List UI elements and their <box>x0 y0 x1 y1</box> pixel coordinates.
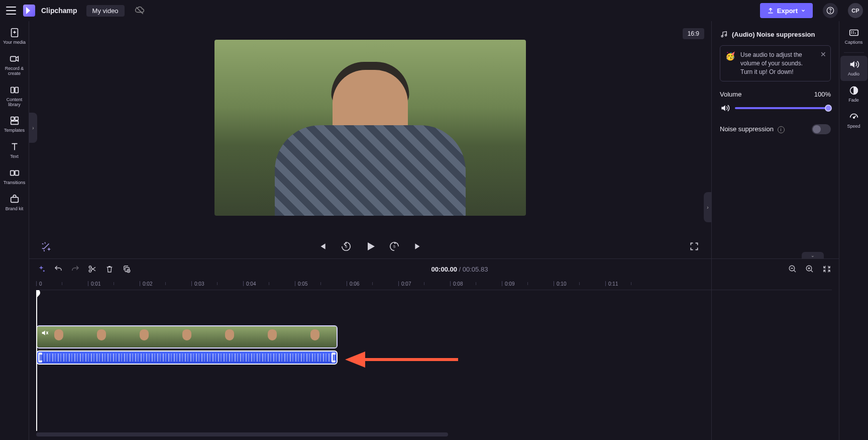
svg-rect-7 <box>15 117 18 120</box>
prev-frame-button[interactable] <box>315 239 329 253</box>
svg-rect-6 <box>11 117 14 120</box>
brandkit-icon <box>9 194 20 205</box>
tip-callout: 🥳 ✕ Use audio to adjust the volume of yo… <box>720 45 831 81</box>
speaker-icon[interactable] <box>720 103 730 113</box>
info-icon[interactable]: i <box>778 126 785 133</box>
tip-close-button[interactable]: ✕ <box>820 50 826 60</box>
top-bar: Clipchamp My video Export CP <box>0 0 868 21</box>
panel-title: (Audio) Noise suppression <box>720 30 831 38</box>
duplicate-button[interactable] <box>122 264 132 274</box>
timeline-tracks[interactable] <box>36 290 832 431</box>
left-sidebar: Your media Record & create Content libra… <box>0 21 29 440</box>
fit-button[interactable] <box>822 264 832 274</box>
volume-label: Volume <box>720 91 741 98</box>
party-emoji-icon: 🥳 <box>725 51 735 62</box>
timeline: ⌄ 00:00.00 / 00:05.83 00:010:020:030:040… <box>29 258 839 440</box>
expand-left-panel-handle[interactable]: › <box>29 113 37 143</box>
volume-slider-thumb[interactable] <box>825 105 832 112</box>
volume-value: 100% <box>814 91 831 98</box>
export-label: Export <box>777 7 798 15</box>
playhead[interactable] <box>36 290 37 431</box>
zoom-out-button[interactable] <box>788 264 798 274</box>
svg-point-1 <box>830 12 830 13</box>
noise-suppression-label: Noise suppression <box>720 125 774 133</box>
svg-rect-8 <box>11 121 18 124</box>
menu-button[interactable] <box>5 5 17 17</box>
svg-rect-3 <box>10 56 16 61</box>
record-icon <box>9 53 20 64</box>
speed-icon <box>848 111 859 122</box>
svg-point-15 <box>725 34 726 36</box>
clip-mute-icon[interactable] <box>40 328 49 337</box>
noise-suppression-toggle[interactable] <box>812 124 831 134</box>
rewind-5s-button[interactable]: 5 <box>339 239 353 253</box>
redo-button <box>70 264 80 274</box>
sidebar-record-create[interactable]: Record & create <box>1 50 28 80</box>
undo-button[interactable] <box>53 264 63 274</box>
sidebar-templates[interactable]: Templates <box>1 112 28 137</box>
ai-sparkle-button[interactable] <box>36 264 46 274</box>
svg-rect-5 <box>15 87 18 93</box>
sidebar-your-media[interactable]: Your media <box>1 24 28 49</box>
sidebar-brand-kit[interactable]: Brand kit <box>1 191 28 216</box>
playback-controls: 5 5 <box>29 234 711 258</box>
svg-marker-27 <box>345 351 365 368</box>
audio-clip[interactable] <box>36 350 338 365</box>
captions-icon <box>848 27 859 38</box>
app-logo <box>23 5 35 17</box>
text-icon <box>9 141 20 152</box>
media-icon <box>9 27 20 38</box>
svg-text:5: 5 <box>393 244 395 249</box>
help-button[interactable] <box>823 3 838 18</box>
divider <box>844 52 864 53</box>
next-frame-button[interactable] <box>411 239 425 253</box>
play-button[interactable] <box>363 239 377 253</box>
sidebar-content-library[interactable]: Content library <box>1 81 28 112</box>
tab-audio[interactable]: Audio <box>840 56 867 81</box>
svg-point-14 <box>721 35 723 37</box>
split-button[interactable] <box>87 264 97 274</box>
svg-rect-9 <box>10 171 14 175</box>
fullscreen-button[interactable] <box>687 239 701 253</box>
right-sidebar: Captions Audio Fade Speed <box>839 21 868 440</box>
collapse-right-panel-handle[interactable]: › <box>704 192 712 222</box>
audio-icon <box>848 59 859 70</box>
zoom-in-button[interactable] <box>805 264 815 274</box>
fade-icon <box>848 85 859 96</box>
ai-enhance-button[interactable] <box>39 239 53 253</box>
timeline-ruler[interactable]: 00:010:020:030:040:050:060:070:080:090:1… <box>36 279 832 290</box>
svg-point-18 <box>853 117 854 118</box>
aspect-ratio-badge[interactable]: 16:9 <box>683 28 704 39</box>
current-timecode: 00:00.00 <box>431 266 457 273</box>
tab-captions[interactable]: Captions <box>840 24 867 49</box>
svg-rect-16 <box>849 30 858 36</box>
video-preview[interactable] <box>214 40 526 216</box>
video-clip[interactable] <box>36 325 338 348</box>
svg-text:5: 5 <box>345 244 347 249</box>
stage: › 16:9 5 5 <box>29 21 711 258</box>
annotation-arrow <box>343 349 463 370</box>
volume-slider[interactable] <box>735 107 831 109</box>
delete-button[interactable] <box>104 264 115 274</box>
tab-speed[interactable]: Speed <box>840 108 867 133</box>
export-button[interactable]: Export <box>760 3 813 18</box>
preview-canvas[interactable]: › 16:9 <box>29 21 711 234</box>
audio-clip-right-handle[interactable] <box>332 353 336 363</box>
tab-fade[interactable]: Fade <box>840 82 867 107</box>
user-avatar[interactable]: CP <box>848 3 863 18</box>
svg-rect-11 <box>11 197 18 202</box>
audio-clip-left-handle[interactable] <box>38 353 42 363</box>
brand-name: Clipchamp <box>41 7 77 15</box>
tip-text: Use audio to adjust the volume of your s… <box>740 51 803 75</box>
forward-5s-button[interactable]: 5 <box>387 239 401 253</box>
project-title[interactable]: My video <box>86 5 125 17</box>
library-icon <box>9 84 20 96</box>
music-note-icon <box>720 30 728 38</box>
svg-rect-10 <box>15 171 18 175</box>
timeline-horizontal-scrollbar[interactable] <box>36 431 832 438</box>
duration-timecode: 00:05.83 <box>463 266 488 273</box>
svg-point-19 <box>43 270 45 272</box>
timeline-collapse-handle[interactable]: ⌄ <box>802 252 824 259</box>
sidebar-transitions[interactable]: Transitions <box>1 164 28 190</box>
sidebar-text[interactable]: Text <box>1 138 28 163</box>
